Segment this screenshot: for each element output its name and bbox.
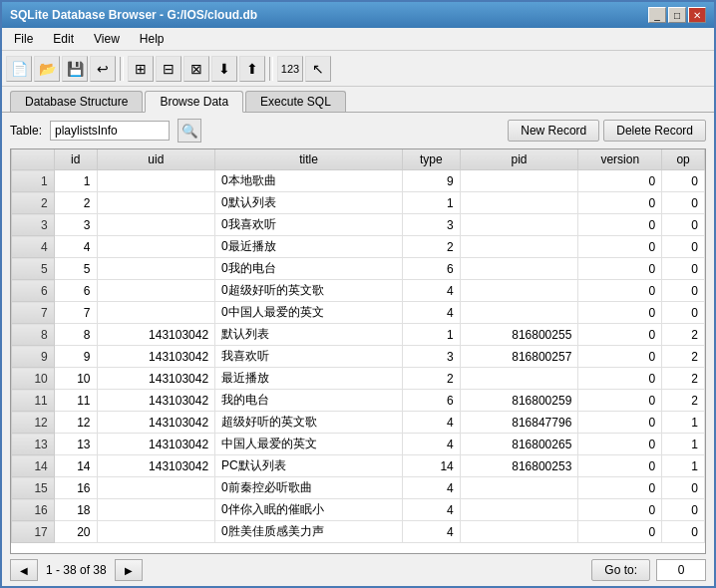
table-row[interactable]: 770中国人最爱的英文400 xyxy=(12,302,705,324)
table-row[interactable]: 220默认列表100 xyxy=(12,192,705,214)
goto-input[interactable] xyxy=(656,559,706,581)
tab-bar: Database Structure Browse Data Execute S… xyxy=(2,87,714,112)
cell-id: 16 xyxy=(54,477,97,499)
cell-op: 0 xyxy=(662,302,705,324)
cell-pid: 816800259 xyxy=(460,390,578,412)
table-row[interactable]: 88143103042默认列表181680025502 xyxy=(12,324,705,346)
table-label: Table: xyxy=(10,124,42,138)
minimize-button[interactable]: _ xyxy=(648,7,666,23)
table-row[interactable]: 17200胜美佳质感美力声400 xyxy=(12,521,705,543)
toolbar: 📄 📂 💾 ↩ ⊞ ⊟ ⊠ ⬇ ⬆ 123 ↖ xyxy=(2,51,714,87)
cell-rownum: 13 xyxy=(12,434,55,455)
cell-id: 10 xyxy=(54,368,97,390)
table-row[interactable]: 99143103042我喜欢听381680025702 xyxy=(12,346,705,368)
menu-view[interactable]: View xyxy=(86,30,128,48)
cell-uid: 143103042 xyxy=(97,346,215,368)
delete-record-button[interactable]: Delete Record xyxy=(603,120,706,142)
tab-database-structure[interactable]: Database Structure xyxy=(10,91,143,112)
cell-version: 0 xyxy=(578,434,662,455)
cell-type: 4 xyxy=(402,434,460,455)
cell-uid: 143103042 xyxy=(97,455,215,477)
cell-pid xyxy=(460,170,578,192)
col-header-version[interactable]: version xyxy=(578,149,662,170)
export-button[interactable]: ⬆ xyxy=(239,56,265,82)
cell-version: 0 xyxy=(578,477,662,499)
table-row[interactable]: 15160前秦控必听歌曲400 xyxy=(12,477,705,499)
cell-type: 4 xyxy=(402,302,460,324)
cell-type: 3 xyxy=(402,346,460,368)
table-row[interactable]: 1313143103042中国人最爱的英文481680026501 xyxy=(12,434,705,455)
cell-title: PC默认列表 xyxy=(215,455,403,477)
open-button[interactable]: 📂 xyxy=(34,56,60,82)
import-button[interactable]: ⬇ xyxy=(211,56,237,82)
number-button[interactable]: 123 xyxy=(277,56,303,82)
table-select[interactable]: playlistsInfo xyxy=(50,121,170,141)
cell-uid xyxy=(97,521,215,543)
cell-title: 中国人最爱的英文 xyxy=(215,434,403,455)
next-button[interactable]: ▶ xyxy=(115,559,143,581)
table-delete-button[interactable]: ⊠ xyxy=(183,56,209,82)
search-button[interactable]: 🔍 xyxy=(178,119,201,143)
undo-button[interactable]: ↩ xyxy=(90,56,116,82)
cell-rownum: 8 xyxy=(12,324,55,346)
tab-browse-data[interactable]: Browse Data xyxy=(145,91,243,113)
cell-uid xyxy=(97,170,215,192)
cell-op: 1 xyxy=(662,434,705,455)
cell-rownum: 15 xyxy=(12,477,55,499)
table-row[interactable]: 660超级好听的英文歌400 xyxy=(12,280,705,302)
cell-uid xyxy=(97,258,215,280)
table-row[interactable]: 16180伴你入眠的催眠小400 xyxy=(12,499,705,521)
cell-op: 0 xyxy=(662,192,705,214)
separator-1 xyxy=(120,57,124,81)
cell-id: 18 xyxy=(54,499,97,521)
cell-version: 0 xyxy=(578,258,662,280)
goto-button[interactable]: Go to: xyxy=(591,559,650,581)
cell-uid: 143103042 xyxy=(97,434,215,455)
cell-title: 0我的电台 xyxy=(215,258,403,280)
new-record-button[interactable]: New Record xyxy=(508,120,599,142)
maximize-button[interactable]: □ xyxy=(668,7,686,23)
cell-op: 2 xyxy=(662,346,705,368)
col-header-pid[interactable]: pid xyxy=(460,149,578,170)
cell-type: 14 xyxy=(402,455,460,477)
table-scroll[interactable]: id uid title type pid version op 110本地歌曲… xyxy=(11,149,705,553)
table-row[interactable]: 1414143103042PC默认列表1481680025301 xyxy=(12,455,705,477)
cursor-button[interactable]: ↖ xyxy=(305,56,331,82)
menu-file[interactable]: File xyxy=(6,30,41,48)
col-header-id[interactable]: id xyxy=(54,149,97,170)
cell-pid xyxy=(460,302,578,324)
window-title: SQLite Database Browser - G:/IOS/cloud.d… xyxy=(10,8,257,22)
table-edit-button[interactable]: ⊟ xyxy=(156,56,181,82)
table-row[interactable]: 110本地歌曲900 xyxy=(12,170,705,192)
col-header-uid[interactable]: uid xyxy=(97,149,215,170)
cell-op: 2 xyxy=(662,324,705,346)
tab-execute-sql[interactable]: Execute SQL xyxy=(245,91,346,112)
cell-title: 我喜欢听 xyxy=(215,346,403,368)
cell-op: 0 xyxy=(662,280,705,302)
table-view-button[interactable]: ⊞ xyxy=(128,56,154,82)
col-header-op[interactable]: op xyxy=(662,149,705,170)
cell-id: 8 xyxy=(54,324,97,346)
cell-pid xyxy=(460,192,578,214)
prev-button[interactable]: ◀ xyxy=(10,559,38,581)
cell-type: 4 xyxy=(402,521,460,543)
col-header-type[interactable]: type xyxy=(402,149,460,170)
new-file-button[interactable]: 📄 xyxy=(6,56,32,82)
col-header-title[interactable]: title xyxy=(215,149,403,170)
table-row[interactable]: 550我的电台600 xyxy=(12,258,705,280)
table-row[interactable]: 330我喜欢听300 xyxy=(12,214,705,236)
menu-help[interactable]: Help xyxy=(132,30,173,48)
cell-op: 0 xyxy=(662,477,705,499)
table-row[interactable]: 440最近播放200 xyxy=(12,236,705,258)
window-controls: _ □ ✕ xyxy=(648,7,706,23)
table-row[interactable]: 1212143103042超级好听的英文歌481684779601 xyxy=(12,412,705,434)
cell-id: 3 xyxy=(54,214,97,236)
table-row[interactable]: 1111143103042我的电台681680025902 xyxy=(12,390,705,412)
menu-edit[interactable]: Edit xyxy=(45,30,82,48)
cell-version: 0 xyxy=(578,368,662,390)
close-button[interactable]: ✕ xyxy=(688,7,706,23)
cell-op: 0 xyxy=(662,258,705,280)
save-button[interactable]: 💾 xyxy=(62,56,88,82)
table-row[interactable]: 1010143103042最近播放202 xyxy=(12,368,705,390)
cell-rownum: 5 xyxy=(12,258,55,280)
